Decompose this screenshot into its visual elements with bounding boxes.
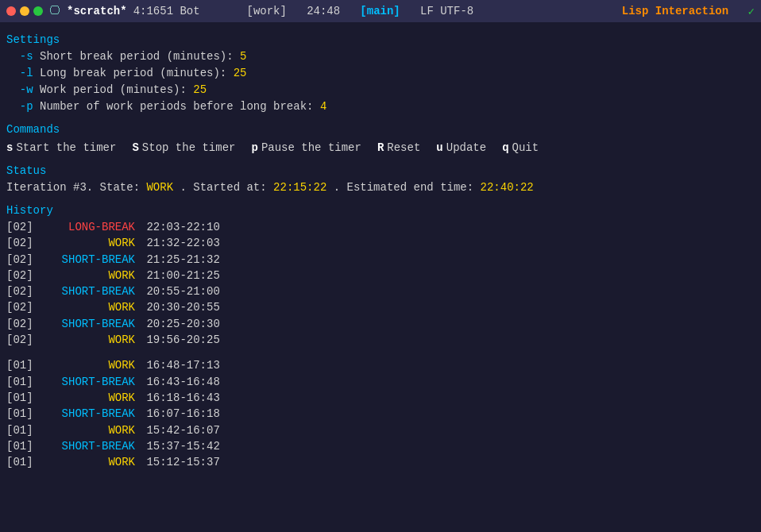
buffer-info: [work] [246, 5, 286, 17]
settings-label: Settings [6, 32, 755, 48]
status-section: Status Iteration #3. State: WORK . Start… [6, 163, 755, 196]
settings-line-s: -s Short break period (minutes): 5 [6, 48, 755, 65]
branch-info: [main] [360, 5, 400, 17]
title-bar: 🖵 *scratch* 4:1651 Bot [work] 24:48 [mai… [0, 0, 761, 22]
key-R: R [377, 140, 384, 156]
time-range: 20:25-20:30 [140, 316, 220, 332]
type-label: WORK [37, 332, 140, 348]
table-row: [01] WORK 15:42-16:07 [6, 422, 755, 438]
history-group-01: [01] WORK 16:48-17:13 [01] SHORT-BREAK 1… [6, 357, 755, 470]
commands-row: s Start the timer S Stop the timer p Pau… [6, 140, 755, 156]
maximize-button[interactable] [33, 6, 43, 16]
iter: [01] [6, 438, 37, 454]
desc-reset: Reset [387, 140, 420, 156]
filename: *scratch* [67, 5, 127, 17]
desc-w: Work period (minutes): [33, 82, 194, 98]
desc-s: Short break period (minutes): [33, 48, 240, 65]
time-range: 20:30-20:55 [140, 299, 220, 315]
check-icon: ✓ [748, 5, 755, 18]
iter: [02] [6, 299, 37, 315]
key-q: q [502, 140, 508, 156]
type-label: WORK [37, 357, 140, 373]
bot-indicator: Bot [180, 5, 199, 17]
time-range: 21:32-22:03 [140, 235, 220, 251]
table-row: [01] WORK 16:48-17:13 [6, 357, 755, 373]
desc-stop: Stop the timer [142, 140, 236, 156]
cmd-update[interactable]: u Update [436, 140, 486, 156]
window-controls[interactable] [6, 6, 43, 16]
cmd-quit[interactable]: q Quit [502, 140, 539, 156]
table-row: [02] WORK 20:30-20:55 [6, 299, 755, 315]
time-range: 21:25-21:32 [140, 252, 220, 268]
status-text: Iteration #3. State: [6, 181, 146, 194]
history-section: History [02] LONG-BREAK 22:03-22:10 [02]… [6, 202, 755, 470]
time-range: 16:43-16:48 [140, 374, 220, 390]
settings-line-w: -w Work period (minutes): 25 [6, 82, 755, 98]
type-label: WORK [37, 299, 140, 315]
time-range: 15:37-15:42 [140, 438, 220, 454]
table-row: [02] WORK 19:56-20:25 [6, 332, 755, 348]
flag-s: -s [6, 48, 33, 65]
cmd-stop[interactable]: S Stop the timer [132, 140, 235, 156]
key-p: p [251, 140, 257, 156]
iter: [01] [6, 374, 37, 390]
settings-line-p: -p Number of work periods before long br… [6, 98, 755, 115]
cmd-reset[interactable]: R Reset [377, 140, 420, 156]
type-label: SHORT-BREAK [37, 374, 140, 390]
major-mode: Lisp Interaction [622, 5, 728, 17]
history-label: History [6, 202, 755, 219]
table-row: [02] SHORT-BREAK 21:25-21:32 [6, 252, 755, 268]
time-range: 16:07-16:18 [140, 406, 220, 422]
type-label: WORK [37, 235, 140, 251]
status-started: 22:15:22 [273, 181, 326, 194]
type-label: WORK [37, 268, 140, 283]
desc-start: Start the timer [16, 140, 116, 156]
cmd-start[interactable]: s Start the timer [6, 140, 116, 156]
type-label: WORK [37, 390, 140, 406]
desc-update: Update [446, 140, 486, 156]
iter: [02] [6, 252, 37, 268]
settings-lines: -s Short break period (minutes): 5 -l Lo… [6, 48, 755, 115]
close-button[interactable] [6, 6, 16, 16]
table-row: [01] SHORT-BREAK 15:37-15:42 [6, 438, 755, 454]
status-state: WORK [146, 181, 173, 194]
encoding-info: LF UTF-8 [420, 5, 473, 17]
settings-line-l: -l Long break period (minutes): 25 [6, 65, 755, 82]
type-label: WORK [37, 454, 140, 470]
commands-label: Commands [6, 123, 60, 136]
time-range: 15:12-15:37 [140, 454, 220, 470]
cursor-position: 4:1651 [133, 5, 173, 17]
time-range: 20:55-21:00 [140, 283, 220, 299]
lisp-icon: 🖵 [49, 5, 60, 17]
time-range: 16:48-17:13 [140, 357, 220, 373]
table-row: [01] SHORT-BREAK 16:07-16:18 [6, 406, 755, 422]
position-info: 4:1651 Bot [work] 24:48 [main] LF UTF-8 [133, 5, 616, 17]
type-label: LONG-BREAK [37, 219, 140, 235]
value-l: 25 [234, 65, 247, 82]
iter: [02] [6, 316, 37, 332]
cmd-pause[interactable]: p Pause the timer [251, 140, 361, 156]
iter: [01] [6, 357, 37, 373]
flag-p: -p [6, 98, 33, 115]
status-end-label: . Estimated end time: [334, 181, 481, 194]
type-label: SHORT-BREAK [37, 283, 140, 299]
table-row: [02] SHORT-BREAK 20:25-20:30 [6, 316, 755, 332]
time-info: 24:48 [307, 5, 340, 17]
status-end-time: 22:40:22 [481, 181, 534, 194]
iter: [01] [6, 422, 37, 438]
history-group-02: [02] LONG-BREAK 22:03-22:10 [02] WORK 21… [6, 219, 755, 348]
time-range: 21:00-21:25 [140, 268, 220, 283]
time-range: 15:42-16:07 [140, 422, 220, 438]
table-row: [02] LONG-BREAK 22:03-22:10 [6, 219, 755, 235]
type-label: SHORT-BREAK [37, 438, 140, 454]
table-row: [01] SHORT-BREAK 16:43-16:48 [6, 374, 755, 390]
table-row: [02] SHORT-BREAK 20:55-21:00 [6, 283, 755, 299]
status-label: Status [6, 163, 755, 179]
type-label: WORK [37, 422, 140, 438]
table-row: [02] WORK 21:32-22:03 [6, 235, 755, 251]
desc-pause: Pause the timer [261, 140, 361, 156]
type-label: SHORT-BREAK [37, 252, 140, 268]
iter: [01] [6, 390, 37, 406]
flag-w: -w [6, 82, 33, 98]
minimize-button[interactable] [20, 6, 29, 16]
